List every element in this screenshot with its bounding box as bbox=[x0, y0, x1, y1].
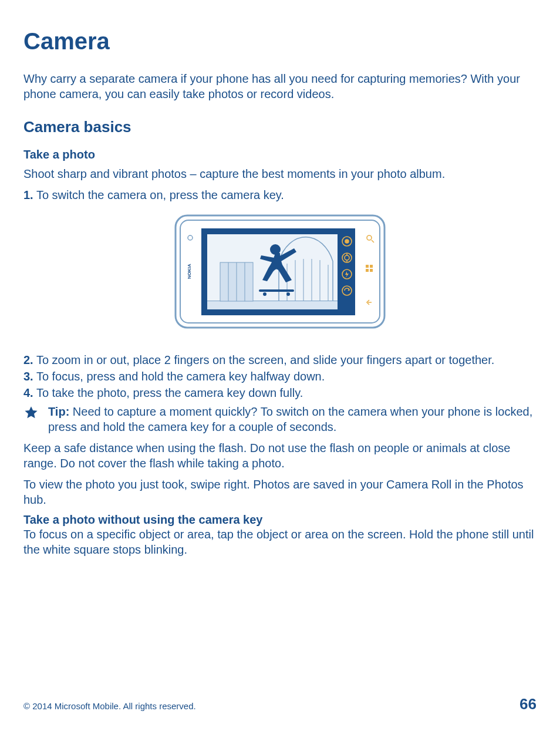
copyright-text: © 2014 Microsoft Mobile. All rights rese… bbox=[23, 701, 196, 711]
step-2-number: 2. bbox=[23, 353, 33, 366]
tip-label: Tip: bbox=[48, 405, 69, 418]
svg-rect-30 bbox=[366, 269, 369, 272]
star-icon bbox=[23, 405, 39, 423]
page-footer: © 2014 Microsoft Mobile. All rights rese… bbox=[23, 695, 537, 713]
step-3: 3. To focus, press and hold the camera k… bbox=[23, 369, 537, 384]
phone-camera-illustration: NOKIA bbox=[174, 214, 386, 329]
tip-callout: Tip: Need to capture a moment quickly? T… bbox=[23, 404, 537, 434]
subsection-2-body: To focus on a specific object or area, t… bbox=[23, 527, 537, 557]
step-2-text: To zoom in or out, place 2 fingers on th… bbox=[33, 353, 495, 366]
svg-rect-18 bbox=[259, 289, 294, 292]
step-4: 4. To take the photo, press the camera k… bbox=[23, 385, 537, 400]
page-number: 66 bbox=[519, 695, 537, 713]
svg-point-19 bbox=[263, 292, 266, 296]
step-1-text: To switch the camera on, press the camer… bbox=[33, 188, 284, 201]
view-photo-paragraph: To view the photo you just took, swipe r… bbox=[23, 477, 537, 507]
intro-paragraph: Why carry a separate camera if your phon… bbox=[23, 71, 537, 102]
svg-point-22 bbox=[345, 240, 349, 243]
svg-rect-28 bbox=[366, 265, 369, 268]
safety-paragraph: Keep a safe distance when using the flas… bbox=[23, 440, 537, 471]
tip-body: Need to capture a moment quickly? To swi… bbox=[48, 405, 532, 433]
subsection-1-intro: Shoot sharp and vibrant photos – capture… bbox=[23, 166, 537, 181]
document-page: Camera Why carry a separate camera if yo… bbox=[0, 0, 560, 738]
subsection-heading-2: Take a photo without using the camera ke… bbox=[23, 513, 537, 527]
svg-rect-29 bbox=[370, 265, 373, 268]
step-4-number: 4. bbox=[23, 386, 33, 399]
subsection-heading-1: Take a photo bbox=[23, 148, 537, 161]
svg-rect-31 bbox=[370, 269, 373, 272]
svg-point-20 bbox=[286, 292, 290, 296]
tip-text: Tip: Need to capture a moment quickly? T… bbox=[48, 404, 537, 434]
page-title: Camera bbox=[23, 28, 537, 55]
step-2: 2. To zoom in or out, place 2 fingers on… bbox=[23, 352, 537, 368]
step-1-number: 1. bbox=[23, 188, 33, 201]
step-4-text: To take the photo, press the camera key … bbox=[33, 386, 303, 399]
brand-text: NOKIA bbox=[187, 264, 192, 279]
step-3-number: 3. bbox=[23, 370, 33, 383]
section-heading: Camera basics bbox=[23, 118, 537, 136]
step-1: 1. To switch the camera on, press the ca… bbox=[23, 187, 537, 203]
step-3-text: To focus, press and hold the camera key … bbox=[33, 370, 325, 383]
illustration: NOKIA bbox=[23, 214, 537, 329]
svg-rect-6 bbox=[207, 301, 338, 309]
